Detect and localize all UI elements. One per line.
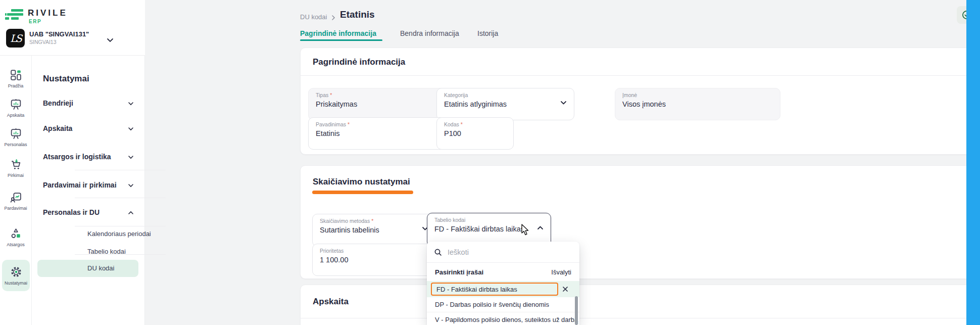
- field-prioritetas-label: Prioritetas: [320, 248, 428, 254]
- sidebar-item-personalas-ir-du[interactable]: Personalas ir DU: [43, 206, 134, 218]
- page-title: Etatinis: [340, 9, 375, 20]
- dropdown-scrollbar-thumb[interactable]: [575, 296, 578, 325]
- selected-option-label: FD - Faktiškai dirbtas laikas: [436, 286, 517, 293]
- breadcrumb-parent[interactable]: DU kodai: [300, 13, 327, 21]
- chevron-down-icon: [128, 152, 134, 161]
- field-metodas-value: Sutartinis tabelinis: [320, 226, 428, 234]
- selected-option-chip[interactable]: FD - Faktiškai dirbtas laikas: [431, 283, 558, 296]
- sidebar-item-label: Bendrieji: [43, 99, 73, 107]
- sidebar-heading: Nustatymai: [43, 74, 89, 84]
- field-prioritetas[interactable]: Prioritetas 1 100.00: [312, 244, 436, 276]
- rail-item-label: Pardavimai: [4, 206, 27, 211]
- rail-item-label: Apskaita: [7, 113, 25, 118]
- sidebar-item-apskaita[interactable]: Apskaita: [43, 122, 134, 134]
- field-kategorija-value: Etatinis atlyginimas: [444, 100, 567, 108]
- card-divider: [301, 75, 980, 76]
- field-kategorija-label: Kategorija: [444, 92, 567, 98]
- field-metodas-label: Skaičiavimo metodas: [320, 218, 370, 224]
- settings-sidebar: Nustatymai Bendrieji Apskaita Atsargos i…: [32, 56, 145, 325]
- rail-item-pardavimai[interactable]: Pardavimai: [0, 191, 31, 211]
- sidebar-item-label: Personalas ir DU: [43, 208, 100, 216]
- apskaita-card-title: Apskaita: [313, 297, 349, 307]
- chevron-down-icon: [128, 124, 134, 133]
- remove-selection-icon[interactable]: [562, 286, 568, 292]
- chevron-up-icon[interactable]: [537, 223, 544, 232]
- company-name: UAB "SINGVAI131": [29, 30, 89, 38]
- sidebar-item-pardavimai-ir-pirkimai[interactable]: Pardavimai ir pirkimai: [43, 179, 134, 191]
- sidebar-item-bendrieji[interactable]: Bendrieji: [43, 97, 134, 109]
- rail-item-label: Pirkimai: [8, 173, 24, 178]
- brand-header: RIVILE ERP LS UAB "SINGVAI131" SINGVAI13: [0, 0, 145, 56]
- field-kodas-label: Kodas: [444, 121, 459, 127]
- sidebar-item-tabelio-kodai[interactable]: Tabelio kodai: [87, 248, 126, 255]
- dropdown-option-v[interactable]: V - Papildomos poilsio dienos, suteiktos…: [427, 312, 579, 325]
- brand-name: RIVILE: [28, 8, 68, 18]
- sidebar-item-atsargos-ir-logistika[interactable]: Atsargos ir logistika: [43, 151, 134, 163]
- field-pavadinimas-label: Pavadinimas: [316, 121, 346, 127]
- rail-item-pradzia[interactable]: Pradžia: [0, 69, 31, 88]
- field-kategorija[interactable]: Kategorija Etatinis atlyginimas: [436, 88, 574, 120]
- dropdown-selected-header-row: Pasirinkti įrašai Išvalyti: [427, 263, 579, 281]
- tab-bendra-informacija[interactable]: Bendra informacija: [400, 29, 459, 37]
- chevron-down-icon: [128, 180, 134, 190]
- rail-item-label: Pradžia: [8, 83, 24, 88]
- chevron-down-icon[interactable]: [560, 98, 567, 107]
- company-logo: LS: [6, 29, 25, 48]
- rail-item-label: Personalas: [4, 142, 27, 147]
- required-asterisk: *: [348, 121, 350, 127]
- main-card-title: Pagrindinė informacija: [313, 57, 405, 67]
- field-pavadinimas-value: Etatinis: [316, 129, 439, 137]
- search-icon: [434, 248, 442, 256]
- company-switcher[interactable]: LS UAB "SINGVAI131" SINGVAI13: [0, 26, 145, 52]
- sidebar-item-kalendoriaus-periodai[interactable]: Kalendoriaus periodai: [87, 230, 151, 238]
- field-tabelio-label: Tabelio kodai: [434, 217, 544, 223]
- rivile-logo: [5, 8, 25, 21]
- sidebar-item-label: Apskaita: [43, 124, 72, 132]
- tab-pagrindine-informacija[interactable]: Pagrindinė informacija: [300, 29, 376, 37]
- field-tipas-value: Priskaitymas: [316, 100, 438, 108]
- dropdown-search-row: [427, 242, 579, 263]
- dropdown-option-dp[interactable]: DP - Darbas poilsio ir švenčių dienomis: [427, 297, 579, 312]
- rail-item-personalas[interactable]: Personalas: [0, 127, 31, 147]
- brand-product: ERP: [29, 19, 41, 24]
- calc-card-title: Skaičiavimo nustatymai: [313, 177, 410, 187]
- chevron-up-icon: [128, 208, 134, 217]
- field-imone-label: Įmonė: [622, 92, 773, 98]
- sidebar-divider: [75, 170, 166, 170]
- field-prioritetas-value: 1 100.00: [320, 256, 428, 264]
- shapes-icon: [10, 227, 22, 240]
- tabelio-kodai-dropdown: Pasirinkti įrašai Išvalyti FD - Faktiška…: [427, 242, 579, 325]
- sidebar-item-du-kodai[interactable]: DU kodai: [87, 264, 114, 272]
- section-accent-bar: [312, 191, 413, 194]
- field-imone: Įmonė Visos įmonės: [615, 88, 780, 120]
- selected-records-header: Pasirinkti įrašai: [435, 268, 483, 276]
- field-pavadinimas[interactable]: Pavadinimas * Etatinis: [308, 117, 447, 150]
- sidebar-item-label: Pardavimai ir pirkimai: [43, 181, 117, 189]
- sales-icon: [10, 191, 22, 204]
- sidebar-divider: [75, 198, 166, 198]
- field-kodas-value: P100: [444, 129, 506, 137]
- chevron-down-icon: [128, 99, 134, 108]
- active-tab-underline: [300, 39, 382, 41]
- field-skaiciavimo-metodas[interactable]: Skaičiavimo metodas * Sutartinis tabelin…: [312, 214, 436, 247]
- apskaita-card: Apskaita: [300, 285, 980, 325]
- rail-item-pirkimai[interactable]: Pirkimai: [0, 158, 31, 178]
- chart-board-icon: [10, 98, 22, 111]
- field-kodas[interactable]: Kodas * P100: [436, 117, 514, 150]
- rail-item-label: Atsargos: [7, 242, 25, 247]
- field-imone-value: Visos įmonės: [622, 100, 773, 108]
- company-code: SINGVAI13: [29, 39, 57, 45]
- right-edge-strip[interactable]: [966, 0, 980, 325]
- dropdown-search-input[interactable]: [447, 248, 560, 257]
- icon-rail: Pradžia Apskaita Personalas Pirkimai Par…: [0, 56, 32, 325]
- rail-item-atsargos[interactable]: Atsargos: [0, 227, 31, 247]
- home-grid-icon: [10, 69, 22, 81]
- gear-icon: [10, 265, 23, 278]
- clear-button[interactable]: Išvalyti: [551, 268, 571, 276]
- main-content-area: DU kodai Etatinis Pagrindinė informacija…: [145, 0, 966, 325]
- tab-istorija[interactable]: Istorija: [477, 29, 498, 37]
- required-asterisk: *: [371, 218, 373, 224]
- selected-option-row: FD - Faktiškai dirbtas laikas: [427, 281, 579, 297]
- rail-item-apskaita[interactable]: Apskaita: [0, 98, 31, 118]
- rail-item-nustatymai[interactable]: Nustatymai: [2, 260, 30, 291]
